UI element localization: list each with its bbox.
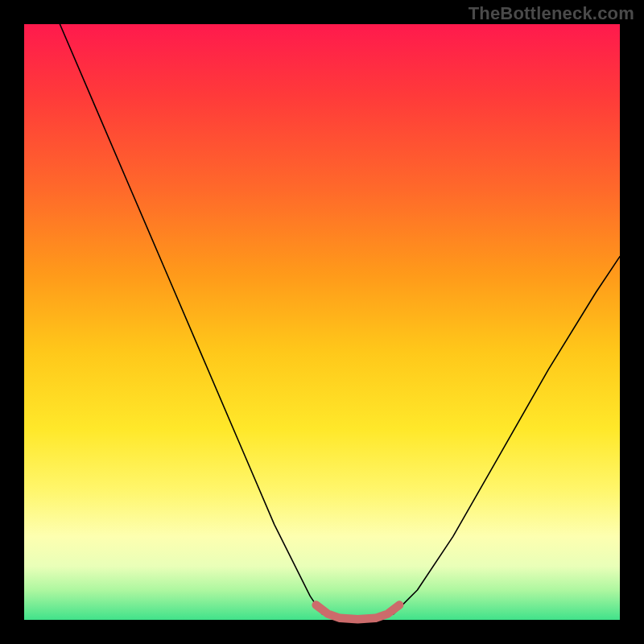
watermark: TheBottleneck.com: [469, 3, 634, 24]
chart-svg: [24, 24, 620, 620]
optimal-band: [316, 605, 400, 620]
chart-area: [24, 24, 620, 620]
bottleneck-curve: [60, 24, 620, 620]
